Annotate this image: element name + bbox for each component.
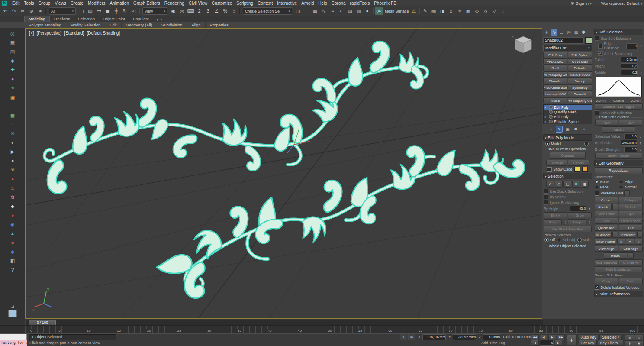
menu-item[interactable]: Group xyxy=(36,1,53,6)
left-toolbar-icon[interactable]: ● xyxy=(9,175,16,182)
preserve-uvs-checkbox[interactable]: Preserve UVs xyxy=(595,191,623,196)
visibility-toggle-icon[interactable] xyxy=(549,115,553,119)
left-toolbar-icon[interactable]: ◧ xyxy=(9,257,16,264)
reference-coordinate-dropdown[interactable]: View xyxy=(142,7,167,15)
visibility-toggle-icon[interactable] xyxy=(549,110,553,114)
ribbon-panel[interactable]: Polygon Modeling xyxy=(24,22,66,28)
visibility-toggle-icon[interactable] xyxy=(549,105,553,109)
snap-3d-icon[interactable]: 3 xyxy=(204,7,212,15)
modifier-button[interactable]: Edit Poly xyxy=(543,52,567,58)
use-stack-selection-checkbox[interactable]: Use Stack Selection xyxy=(544,189,592,194)
modifier-button[interactable]: Shell xyxy=(543,65,567,71)
sign-in-menu[interactable]: Sign In xyxy=(576,1,592,6)
selection-filter-dropdown[interactable]: All xyxy=(49,7,76,15)
modifier-button[interactable]: Symmetry xyxy=(568,84,592,91)
z-coordinate-field[interactable]: 0,0mm xyxy=(483,334,500,340)
viewport-menu-pov[interactable]: [Perspective] xyxy=(36,31,61,36)
cage-selected-color-swatch[interactable] xyxy=(582,167,588,172)
reset-plane-button[interactable]: Reset Plane xyxy=(619,218,643,224)
get-stack-selection-button[interactable]: Get Stack Selection xyxy=(544,226,592,232)
edit-poly-mode-header[interactable]: Edit Poly Mode xyxy=(543,134,592,141)
previous-frame-icon[interactable]: ◀ xyxy=(540,334,547,340)
edge-distance-spinner[interactable]: 1 xyxy=(626,43,638,49)
listener-pink-line[interactable]: Testing for : xyxy=(0,340,27,346)
left-toolbar-icon[interactable]: ◆ xyxy=(9,248,16,255)
modifier-button[interactable]: UVW Map xyxy=(568,58,592,65)
left-toolbar-icon[interactable]: ✿ xyxy=(9,194,16,200)
ribbon-tab[interactable]: Object Paint xyxy=(99,16,129,22)
left-toolbar-icon[interactable]: ✚ xyxy=(9,66,16,73)
detach-button[interactable]: Detach xyxy=(619,204,643,210)
material-editor-icon[interactable]: ◐ xyxy=(337,7,345,15)
undo-icon[interactable]: ↶ xyxy=(1,7,10,15)
bind-to-spacewarp-icon[interactable]: ≈ xyxy=(36,7,44,15)
pinch-spinner[interactable]: 0,2 xyxy=(621,63,638,69)
modifier-button[interactable]: Sweep xyxy=(568,78,592,84)
ribbon-panel[interactable]: Align xyxy=(187,22,205,28)
ring-button[interactable]: Ring xyxy=(544,219,562,225)
modifier-stack-row[interactable]: Quadify Mesh xyxy=(544,110,592,114)
ribbon-tab[interactable]: Modeling xyxy=(24,16,50,22)
modifier-button[interactable]: Edit Spline xyxy=(568,52,592,58)
select-by-name-icon[interactable]: ▤ xyxy=(86,7,94,15)
left-toolbar-icon[interactable]: ▫ xyxy=(9,121,16,128)
menu-item[interactable]: Civil View xyxy=(187,1,209,6)
go-to-end-icon[interactable]: ▶▶ xyxy=(557,334,565,340)
menu-item[interactable]: Tools xyxy=(22,1,36,6)
collapse-button[interactable]: Collapse xyxy=(619,197,643,203)
menu-item[interactable]: Corona xyxy=(329,1,348,6)
ribbon-pin-icon[interactable]: ▪ xyxy=(161,18,162,22)
create-button[interactable]: Create xyxy=(595,197,618,203)
menu-item[interactable]: Animation xyxy=(107,1,131,6)
qr-icon[interactable]: QR xyxy=(375,7,383,15)
brush-strength-spinner[interactable]: 1,0 xyxy=(624,146,637,152)
ornament-shape-lower[interactable] xyxy=(157,142,528,301)
redo-icon[interactable]: ↷ xyxy=(10,7,18,15)
viewport-canvas[interactable] xyxy=(26,29,542,319)
set-key-button[interactable]: Set Key xyxy=(579,340,597,346)
listener-white-line[interactable] xyxy=(0,334,27,340)
selection-value-spinner[interactable]: 1,0 xyxy=(624,133,637,139)
loop-button[interactable]: Loop xyxy=(568,219,586,225)
modify-tab-icon[interactable]: ∿ xyxy=(551,29,557,36)
left-toolbar-icon[interactable]: ● xyxy=(9,75,16,82)
left-toolbar-icon[interactable]: ◐ xyxy=(9,139,16,146)
edge-distance-checkbox[interactable]: Edge Distance: xyxy=(598,42,626,50)
menu-item[interactable]: Edit xyxy=(10,1,22,6)
shrink-button[interactable]: Shrink xyxy=(544,212,567,218)
viewport-menu-general[interactable]: [+] xyxy=(29,31,34,36)
menu-item[interactable]: Arnold xyxy=(299,1,316,6)
show-end-result-icon[interactable]: ∿ xyxy=(556,126,563,133)
add-time-tag[interactable]: Add Time Tag xyxy=(481,341,505,345)
object-color-swatch[interactable] xyxy=(585,37,592,44)
menu-item[interactable]: Content xyxy=(255,1,275,6)
by-angle-spinner[interactable]: 45,0 xyxy=(570,206,586,211)
preserve-uvs-settings-button[interactable] xyxy=(624,190,630,196)
toolbar-icon[interactable]: ▧ xyxy=(430,7,438,15)
ribbon-panel[interactable]: Geometry (All) xyxy=(122,22,157,28)
quickslice-button[interactable]: QuickSlice xyxy=(595,225,618,231)
zoom-extents-icon[interactable]: ⌂ xyxy=(634,335,644,340)
affect-backfacing-checkbox[interactable]: Affect Backfacing xyxy=(595,51,643,56)
preview-subobj-radio[interactable]: SubObj xyxy=(557,238,575,242)
ribbon-panel[interactable]: Modify Selection xyxy=(66,22,106,28)
key-set-dropdown[interactable]: Selected xyxy=(599,334,622,340)
next-key-icon[interactable]: ▶ xyxy=(554,340,562,346)
toolbar-icon[interactable]: ☼ xyxy=(482,7,490,15)
spinner-snap-icon[interactable]: ↕ xyxy=(230,7,238,15)
cage-color-swatch[interactable] xyxy=(574,167,580,172)
select-and-move-icon[interactable]: ╋ xyxy=(112,7,120,15)
modifier-button[interactable]: Unwrap UVW xyxy=(543,91,567,97)
grow-button[interactable]: Grow xyxy=(568,212,591,218)
soft-selection-header[interactable]: Soft Selection xyxy=(594,29,644,35)
angle-snap-icon[interactable]: ∠ xyxy=(213,7,221,15)
left-toolbar-icon[interactable]: ▦ xyxy=(9,112,16,119)
element-mode-icon[interactable]: ◼ xyxy=(581,181,589,188)
left-toolbar-icon[interactable]: ● xyxy=(9,212,16,219)
revert-button[interactable]: Revert xyxy=(602,126,636,133)
auto-key-button[interactable]: Auto Key xyxy=(579,334,599,340)
select-and-link-icon[interactable]: ∞ xyxy=(19,7,27,15)
left-toolbar-icon[interactable]: ✳ xyxy=(9,166,16,173)
preview-multi-radio[interactable]: Multi xyxy=(577,238,591,242)
make-planar-button[interactable]: Make Planar xyxy=(595,239,616,245)
